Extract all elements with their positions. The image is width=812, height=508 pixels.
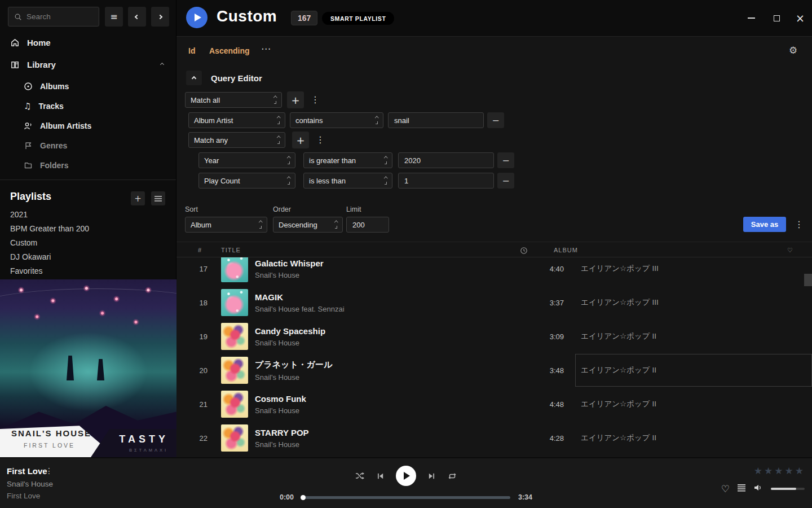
sort-select[interactable]: Album xyxy=(185,217,267,233)
back-button[interactable] xyxy=(128,7,146,27)
remove-rule2-button[interactable]: − xyxy=(497,152,514,168)
maximize-button[interactable] xyxy=(768,10,785,27)
star-icon[interactable]: ★ xyxy=(795,465,804,476)
repeat-icon xyxy=(447,472,457,480)
track-row[interactable]: 20 プラネット・ガール Snail's House 3:48 エイリアン☆ポッ… xyxy=(176,353,812,387)
next-track-button[interactable] xyxy=(427,472,436,480)
albums-icon xyxy=(24,82,33,91)
artwork-artist-text: SNAIL'S HOUSE xyxy=(11,428,91,438)
search-icon xyxy=(14,13,22,21)
seek-bar[interactable] xyxy=(302,496,510,499)
rule1-field-select[interactable]: Album Artist xyxy=(188,112,285,128)
star-icon[interactable]: ★ xyxy=(785,465,793,476)
track-title: Galactic Whisper xyxy=(255,259,524,268)
remove-rule3-button[interactable]: − xyxy=(497,173,514,189)
track-number: 19 xyxy=(185,332,208,341)
playlist-item[interactable]: DJ Okawari xyxy=(10,252,51,261)
minimize-button[interactable] xyxy=(743,10,760,27)
sidebar-item-tracks[interactable]: ♫ Tracks xyxy=(0,98,176,115)
playlist-item[interactable]: BPM Greater than 200 xyxy=(10,224,89,233)
duration-clock-icon[interactable] xyxy=(520,247,528,256)
collapse-library-icon[interactable] xyxy=(160,62,164,66)
sidebar-divider xyxy=(0,179,176,180)
order-label: Order xyxy=(273,205,291,213)
play-pause-button[interactable] xyxy=(396,466,416,486)
rule2-value-input[interactable] xyxy=(398,152,494,168)
select-value: contains xyxy=(295,116,323,125)
gear-icon[interactable]: ⚙ xyxy=(789,45,797,56)
collapse-query-editor-button[interactable] xyxy=(186,71,202,85)
rating-stars[interactable]: ★ ★ ★ ★ ★ xyxy=(754,465,804,476)
column-number[interactable]: # xyxy=(198,247,202,253)
seek-handle[interactable] xyxy=(301,495,306,500)
play-playlist-button[interactable] xyxy=(186,7,208,28)
order-select[interactable]: Descending xyxy=(273,217,343,233)
forward-button[interactable] xyxy=(151,7,169,27)
column-title[interactable]: TITLE xyxy=(221,247,241,253)
sidebar-item-albums[interactable]: Albums xyxy=(0,78,176,95)
track-title: Candy Spaceship xyxy=(255,326,524,336)
shuffle-button[interactable] xyxy=(355,471,365,480)
star-icon[interactable]: ★ xyxy=(754,465,762,476)
rule1-value-input[interactable] xyxy=(388,112,484,128)
playlist-item[interactable]: Custom xyxy=(10,238,37,247)
more-options-button[interactable]: ⋯ xyxy=(261,43,271,54)
track-duration: 3:09 xyxy=(524,332,564,341)
track-album: エイリアン☆ポップ III xyxy=(575,286,812,319)
sidebar-item-album-artists[interactable]: Album Artists xyxy=(0,117,176,134)
track-title: STARRY POP xyxy=(255,428,524,437)
add-rule-button-group2[interactable]: + xyxy=(292,132,309,148)
group1-menu-button[interactable]: ⋮ xyxy=(311,94,320,105)
remove-rule1-button[interactable]: − xyxy=(487,112,504,128)
favorite-column-heart-icon[interactable]: ♡ xyxy=(787,247,793,254)
queue-icon[interactable] xyxy=(737,484,746,494)
column-album[interactable]: ALBUM xyxy=(554,247,578,253)
track-row[interactable]: 19 Candy Spaceship Snail's House 3:09 エイ… xyxy=(176,319,812,353)
track-row[interactable]: 22 STARRY POP Snail's House 4:28 エイリアン☆ポ… xyxy=(176,421,812,455)
rule1-operator-select[interactable]: contains xyxy=(290,112,383,128)
track-row[interactable]: 17 Galactic Whisper Snail's House 4:40 エ… xyxy=(176,257,812,286)
track-album-focused-cell[interactable]: エイリアン☆ポップ II xyxy=(575,354,812,387)
search-box[interactable] xyxy=(8,7,99,27)
sidebar-item-folders[interactable]: Folders xyxy=(0,157,176,174)
match-select-group2[interactable]: Match any xyxy=(188,132,285,148)
match-select-group1[interactable]: Match all xyxy=(185,92,282,108)
menu-button[interactable]: ≡ xyxy=(105,7,123,27)
add-playlist-button[interactable]: + xyxy=(131,191,145,205)
add-rule-button-group1[interactable]: + xyxy=(287,91,304,108)
star-icon[interactable]: ★ xyxy=(764,465,773,476)
rule3-operator-select[interactable]: is less than xyxy=(303,173,392,189)
volume-slider[interactable] xyxy=(771,488,805,490)
list-icon xyxy=(155,195,162,202)
rule3-value-input[interactable] xyxy=(398,173,494,189)
sidebar-item-home[interactable]: Home xyxy=(0,34,176,51)
close-button[interactable]: × xyxy=(792,10,809,27)
rule3-field-select[interactable]: Play Count xyxy=(198,173,295,189)
volume-icon[interactable] xyxy=(753,484,764,494)
sidebar-item-label: Folders xyxy=(40,161,69,170)
total-time: 3:34 xyxy=(518,493,541,501)
sidebar-item-library[interactable]: Library xyxy=(0,56,176,73)
save-as-button[interactable]: Save as xyxy=(743,217,786,232)
track-count-badge: 167 xyxy=(291,11,317,25)
limit-input[interactable] xyxy=(346,217,389,233)
track-row[interactable]: 21 Cosmo Funk Snail's House 4:48 エイリアン☆ポ… xyxy=(176,387,812,421)
rule2-operator-select[interactable]: is greater than xyxy=(303,152,392,168)
search-input[interactable] xyxy=(27,12,89,21)
rule2-field-select[interactable]: Year xyxy=(198,152,295,168)
previous-track-button[interactable] xyxy=(376,472,385,480)
sort-direction-control[interactable]: Ascending xyxy=(209,46,250,55)
repeat-button[interactable] xyxy=(447,472,457,480)
star-icon[interactable]: ★ xyxy=(774,465,783,476)
track-row[interactable]: 18 MAGIK Snail's House feat. Sennzai 3:3… xyxy=(176,286,812,319)
scrollbar-thumb[interactable] xyxy=(804,274,812,286)
favorite-heart-icon[interactable]: ♡ xyxy=(721,483,730,494)
playlist-item[interactable]: 2021 xyxy=(10,210,28,219)
group2-menu-button[interactable]: ⋮ xyxy=(316,134,325,145)
chevron-left-icon xyxy=(135,14,139,19)
playlist-item[interactable]: Favorites xyxy=(10,266,43,275)
sidebar-item-genres[interactable]: Genres xyxy=(0,137,176,154)
save-menu-button[interactable]: ⋮ xyxy=(795,219,804,230)
sort-field-control[interactable]: Id xyxy=(188,46,195,55)
playlist-options-button[interactable] xyxy=(151,191,165,205)
